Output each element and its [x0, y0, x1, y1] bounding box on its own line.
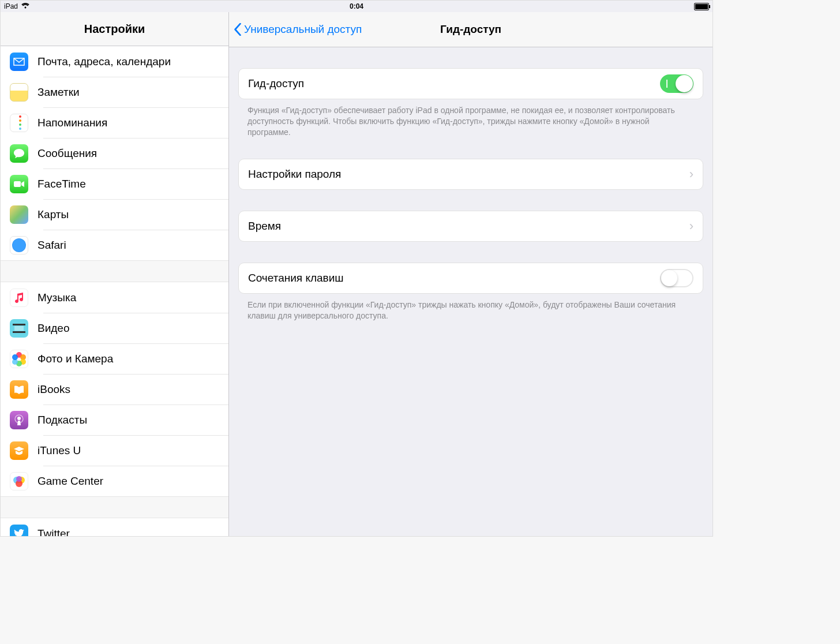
sidebar-item-label: FaceTime: [38, 178, 86, 190]
guided-access-label: Гид-доступ: [248, 77, 304, 90]
detail-pane: Универсальный доступ Гид-доступ Гид-дост…: [229, 12, 712, 536]
chevron-left-icon: [234, 23, 242, 36]
sidebar-item-label: Видео: [38, 322, 70, 335]
guided-access-row[interactable]: Гид-доступ: [239, 69, 703, 99]
guided-access-footer: Функция «Гид-доступ» обеспечивает работу…: [238, 99, 703, 138]
sidebar-item-label: Фото и Камера: [38, 353, 113, 365]
svg-rect-0: [14, 181, 21, 187]
time-row[interactable]: Время ›: [239, 211, 703, 241]
shortcuts-switch[interactable]: [660, 269, 693, 287]
guided-access-switch[interactable]: [660, 74, 693, 93]
sidebar-item-label: Twitter: [38, 527, 70, 536]
sidebar-item-itunesu[interactable]: iTunes U: [1, 435, 228, 466]
shortcuts-footer: Если при включенной функции «Гид-доступ»…: [238, 294, 703, 321]
sidebar-item-label: Музыка: [38, 291, 76, 304]
photos-icon: [10, 350, 28, 368]
sidebar-item-facetime[interactable]: FaceTime: [1, 169, 228, 199]
sidebar-item-label: Напоминания: [38, 117, 107, 129]
sidebar-header: Настройки: [1, 12, 228, 46]
sidebar-item-label: Почта, адреса, календари: [38, 55, 171, 68]
music-icon: [10, 289, 28, 307]
reminders-icon: [10, 114, 28, 132]
passcode-label: Настройки пароля: [248, 168, 341, 181]
sidebar-item-mail[interactable]: Почта, адреса, календари: [1, 46, 228, 77]
sidebar-item-label: Карты: [38, 208, 69, 221]
passcode-row[interactable]: Настройки пароля ›: [239, 159, 703, 189]
facetime-icon: [10, 175, 28, 193]
messages-icon: [10, 144, 28, 163]
sidebar-list[interactable]: Почта, адреса, календари Заметки: [1, 46, 228, 536]
shortcuts-label: Сочетания клавиш: [248, 272, 344, 284]
sidebar-item-podcasts[interactable]: Подкасты: [1, 405, 228, 435]
sidebar-item-gamecenter[interactable]: Game Center: [1, 466, 228, 496]
safari-icon: [10, 236, 28, 254]
sidebar-item-label: iTunes U: [38, 444, 81, 457]
sidebar-item-label: Game Center: [38, 475, 103, 488]
sidebar-item-twitter[interactable]: Twitter: [1, 518, 228, 536]
shortcuts-row[interactable]: Сочетания клавиш: [239, 263, 703, 293]
time-group: Время ›: [238, 211, 703, 242]
sidebar-item-reminders[interactable]: Напоминания: [1, 107, 228, 138]
notes-icon: [10, 83, 28, 102]
sidebar-item-notes[interactable]: Заметки: [1, 77, 228, 107]
svg-rect-2: [13, 331, 25, 333]
sidebar-item-maps[interactable]: Карты: [1, 199, 228, 230]
twitter-icon: [10, 525, 28, 536]
sidebar-item-label: iBooks: [38, 383, 70, 396]
settings-sidebar: Настройки Почта, адреса, календари Замет…: [1, 12, 229, 536]
podcasts-icon: [10, 411, 28, 429]
gamecenter-icon: [10, 472, 28, 491]
svg-rect-3: [14, 326, 24, 331]
battery-icon: [694, 3, 709, 10]
itunesu-icon: [10, 441, 28, 460]
status-bar: iPad 0:04: [1, 1, 712, 12]
detail-header: Универсальный доступ Гид-доступ: [229, 12, 712, 47]
sidebar-item-music[interactable]: Музыка: [1, 282, 228, 313]
chevron-right-icon: ›: [689, 219, 693, 234]
sidebar-item-photos[interactable]: Фото и Камера: [1, 343, 228, 374]
wifi-icon: [21, 2, 29, 10]
sidebar-item-label: Заметки: [38, 86, 80, 99]
sidebar-item-ibooks[interactable]: iBooks: [1, 374, 228, 405]
ibooks-icon: [10, 380, 28, 399]
status-device: iPad: [4, 2, 18, 10]
guided-access-group: Гид-доступ: [238, 68, 703, 99]
maps-icon: [10, 205, 28, 224]
passcode-group: Настройки пароля ›: [238, 159, 703, 190]
status-time: 0:04: [350, 2, 363, 10]
video-icon: [10, 319, 28, 338]
sidebar-item-safari[interactable]: Safari: [1, 230, 228, 260]
sidebar-title: Настройки: [84, 23, 145, 36]
sidebar-item-video[interactable]: Видео: [1, 313, 228, 343]
mail-icon: [10, 53, 28, 71]
chevron-right-icon: ›: [689, 167, 693, 182]
svg-point-4: [17, 417, 21, 420]
sidebar-item-label: Подкасты: [38, 414, 87, 426]
back-label: Универсальный доступ: [244, 23, 362, 36]
shortcuts-group: Сочетания клавиш: [238, 263, 703, 294]
sidebar-item-label: Safari: [38, 239, 66, 252]
svg-rect-1: [13, 324, 25, 325]
sidebar-item-messages[interactable]: Сообщения: [1, 138, 228, 169]
time-label: Время: [248, 220, 281, 233]
back-button[interactable]: Универсальный доступ: [234, 23, 362, 36]
detail-title: Гид-доступ: [440, 23, 501, 36]
sidebar-item-label: Сообщения: [38, 147, 97, 160]
svg-point-9: [16, 476, 22, 482]
ipad-settings-screen: iPad 0:04 Настройки Почта, адреса, кален…: [0, 0, 713, 537]
